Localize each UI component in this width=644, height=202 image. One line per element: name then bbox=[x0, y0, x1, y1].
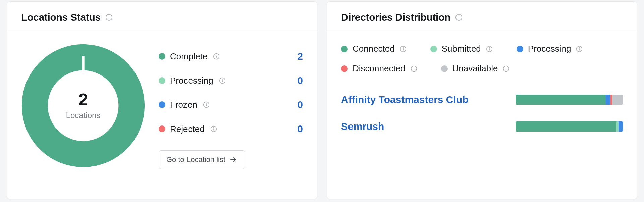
donut-center: 2 Locations bbox=[21, 44, 145, 168]
locations-status-card: Locations Status 2 Locations Com bbox=[7, 1, 317, 199]
svg-point-16 bbox=[213, 127, 214, 128]
legend-dot bbox=[159, 53, 165, 60]
card-header: Locations Status bbox=[7, 2, 317, 32]
legend-dot bbox=[341, 46, 348, 52]
legend-label: Processing bbox=[170, 75, 213, 86]
legend-dot bbox=[517, 46, 523, 52]
directories-distribution-card: Directories Distribution Connected Submi… bbox=[327, 1, 637, 199]
svg-point-13 bbox=[206, 103, 207, 104]
legend-row-processing: Processing 0 bbox=[159, 70, 303, 91]
info-icon[interactable] bbox=[455, 14, 463, 21]
legend-label: Submitted bbox=[442, 44, 481, 54]
bar-segment bbox=[606, 95, 610, 105]
legend-label: Connected bbox=[353, 44, 395, 54]
legend-label: Processing bbox=[528, 44, 571, 54]
legend-value: 2 bbox=[297, 51, 303, 62]
directory-name-link[interactable]: Affinity Toastmasters Club bbox=[341, 94, 469, 105]
directories-rows: Affinity Toastmasters ClubSemrush bbox=[341, 94, 623, 132]
info-icon[interactable] bbox=[502, 65, 510, 72]
card-title: Directories Distribution bbox=[341, 12, 450, 23]
legend-label: Complete bbox=[170, 51, 207, 62]
card-body: 2 Locations Complete 2 Processing 0 bbox=[7, 32, 317, 199]
directory-distribution-bar bbox=[516, 95, 623, 105]
info-icon[interactable] bbox=[210, 125, 217, 133]
legend-dot bbox=[430, 46, 437, 52]
svg-point-32 bbox=[414, 67, 414, 67]
card-title: Locations Status bbox=[21, 12, 101, 23]
legend-item-disconnected: Disconnected bbox=[341, 63, 418, 74]
legend-row-complete: Complete 2 bbox=[159, 46, 303, 67]
info-icon[interactable] bbox=[105, 14, 113, 21]
info-icon[interactable] bbox=[576, 45, 583, 53]
card-body: Connected Submitted Processing Disconnec… bbox=[327, 32, 637, 199]
svg-point-10 bbox=[222, 79, 223, 80]
bar-segment bbox=[516, 121, 616, 132]
legend-value: 0 bbox=[297, 75, 303, 86]
svg-point-26 bbox=[489, 47, 490, 48]
donut-count: 2 bbox=[78, 91, 88, 108]
bar-segment bbox=[516, 95, 606, 105]
bar-segment bbox=[612, 95, 623, 105]
legend-dot bbox=[159, 77, 165, 84]
info-icon[interactable] bbox=[410, 65, 418, 72]
svg-point-35 bbox=[506, 67, 506, 67]
legend-value: 0 bbox=[297, 123, 303, 135]
legend-row-frozen: Frozen 0 bbox=[159, 94, 303, 115]
legend-row-rejected: Rejected 0 bbox=[159, 118, 303, 140]
svg-point-29 bbox=[579, 47, 580, 48]
legend-label: Frozen bbox=[170, 100, 197, 110]
legend-value: 0 bbox=[297, 99, 303, 110]
go-to-location-list-button[interactable]: Go to Location list bbox=[159, 150, 245, 169]
legend-dot bbox=[159, 101, 165, 108]
donut-sublabel: Locations bbox=[66, 111, 101, 120]
svg-point-7 bbox=[216, 55, 217, 55]
card-header: Directories Distribution bbox=[327, 2, 637, 32]
bar-segment bbox=[619, 121, 623, 132]
info-icon[interactable] bbox=[219, 77, 226, 84]
locations-legend: Complete 2 Processing 0 Frozen bbox=[159, 44, 303, 169]
button-label: Go to Location list bbox=[166, 155, 225, 164]
info-icon[interactable] bbox=[203, 101, 210, 108]
info-icon[interactable] bbox=[486, 45, 493, 53]
legend-label: Unavailable bbox=[452, 63, 498, 74]
info-icon[interactable] bbox=[213, 53, 220, 60]
directory-distribution-bar bbox=[516, 121, 623, 132]
directory-row: Affinity Toastmasters Club bbox=[341, 94, 623, 105]
arrow-right-icon bbox=[229, 156, 237, 164]
svg-point-23 bbox=[403, 47, 404, 48]
svg-point-2 bbox=[109, 15, 109, 16]
directories-legend: Connected Submitted Processing Disconnec… bbox=[341, 44, 623, 74]
directory-row: Semrush bbox=[341, 121, 623, 132]
legend-dot bbox=[441, 65, 448, 72]
legend-item-submitted: Submitted bbox=[430, 44, 493, 54]
legend-label: Rejected bbox=[170, 124, 205, 134]
legend-dot bbox=[341, 65, 348, 72]
legend-label: Disconnected bbox=[353, 63, 406, 74]
info-icon[interactable] bbox=[399, 45, 407, 53]
locations-donut-chart: 2 Locations bbox=[21, 44, 145, 168]
legend-item-processing: Processing bbox=[517, 44, 583, 54]
legend-item-unavailable: Unavailable bbox=[441, 63, 510, 74]
legend-item-connected: Connected bbox=[341, 44, 407, 54]
directory-name-link[interactable]: Semrush bbox=[341, 121, 384, 132]
svg-point-20 bbox=[459, 15, 459, 16]
legend-dot bbox=[159, 125, 165, 132]
